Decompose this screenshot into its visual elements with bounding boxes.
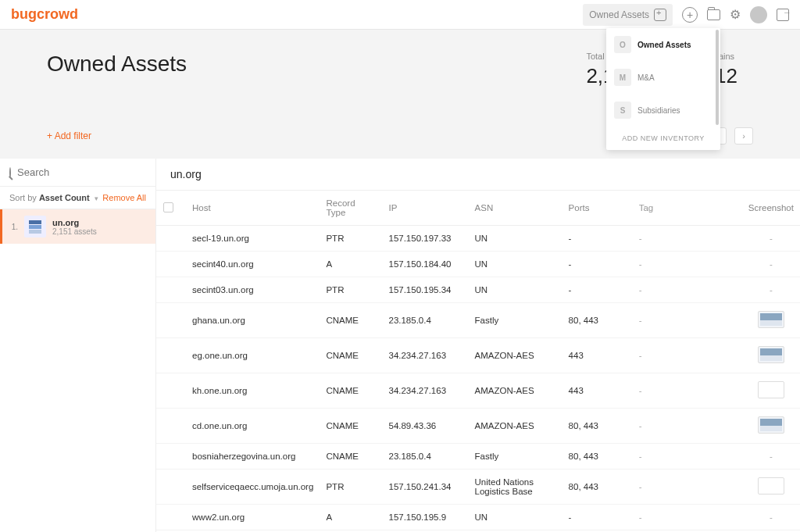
cell-ports: -	[562, 226, 633, 252]
sort-by[interactable]: Sort by Asset Count ▾	[9, 193, 98, 202]
table-row[interactable]: cd.one.un.org CNAME 54.89.43.36 AMAZON-A…	[156, 409, 800, 444]
body-split: Sort by Asset Count ▾ Remove All 1. un.o…	[0, 159, 800, 532]
screenshot-thumbnail[interactable]	[758, 311, 784, 328]
dropdown-scrollbar[interactable]	[716, 30, 719, 125]
screenshot-thumbnail[interactable]	[758, 381, 784, 398]
table-row[interactable]: secint03.un.org PTR 157.150.195.34 UN - …	[156, 277, 800, 303]
inventory-add-icon	[654, 9, 666, 21]
cell-host: www2.un.org	[180, 505, 320, 530]
cell-ports: 80, 443	[562, 470, 633, 505]
col-screenshot[interactable]: Screenshot	[742, 191, 800, 226]
cell-screenshot: -	[742, 252, 800, 277]
folder-icon[interactable]	[707, 9, 720, 20]
logo: bugcrowd	[11, 6, 78, 23]
cell-tag: -	[633, 373, 742, 409]
screenshot-thumbnail[interactable]	[758, 477, 784, 495]
cell-ports: -	[562, 277, 633, 303]
cell-host: eg.one.un.org	[180, 338, 320, 373]
cell-ports: 80, 443	[562, 303, 633, 338]
cell-ip: 157.150.195.9	[382, 505, 468, 530]
cell-asn: Fastly	[469, 303, 562, 338]
settings-icon[interactable]: ⚙︎	[730, 7, 741, 22]
cell-host: selfserviceqaecc.umoja.un.org	[180, 470, 320, 505]
dropdown-item-icon: O	[614, 36, 631, 53]
cell-record-type: PTR	[320, 277, 382, 303]
dropdown-item-icon: S	[614, 102, 631, 119]
sort-row: Sort by Asset Count ▾ Remove All	[0, 187, 155, 209]
pager-next[interactable]: ›	[734, 127, 753, 145]
col-ip[interactable]: IP	[382, 191, 468, 226]
screenshot-thumbnail[interactable]	[758, 346, 784, 363]
search-row	[0, 159, 155, 187]
cell-record-type: CNAME	[320, 409, 382, 444]
cell-asn: UN	[469, 226, 562, 252]
cell-ports: -	[562, 252, 633, 277]
screenshot-thumbnail[interactable]	[758, 416, 784, 434]
dropdown-item-icon: M	[614, 69, 631, 86]
table-row[interactable]: bosniaherzegovina.un.org CNAME 23.185.0.…	[156, 444, 800, 470]
page-title: Owned Assets	[47, 52, 187, 77]
cell-tag: -	[633, 505, 742, 530]
inventory-dropdown: OOwned AssetsMM&ASSubsidiaries ADD NEW I…	[606, 28, 720, 150]
col-host[interactable]: Host	[180, 191, 320, 226]
screenshot-none: -	[770, 259, 773, 269]
cell-screenshot	[742, 338, 800, 373]
cell-screenshot: -	[742, 444, 800, 470]
sidebar: Sort by Asset Count ▾ Remove All 1. un.o…	[0, 159, 156, 532]
select-all-checkbox[interactable]	[163, 202, 173, 212]
asset-index: 1.	[10, 223, 18, 231]
table-row[interactable]: kh.one.un.org CNAME 34.234.27.163 AMAZON…	[156, 373, 800, 409]
col-record-type[interactable]: Record Type	[320, 191, 382, 226]
cell-ip: 157.150.184.40	[382, 252, 468, 277]
avatar[interactable]	[750, 6, 767, 23]
table-row[interactable]: eg.one.un.org CNAME 34.234.27.163 AMAZON…	[156, 338, 800, 373]
cell-screenshot	[742, 303, 800, 338]
screenshot-none: -	[770, 234, 773, 243]
cell-ip: 23.185.0.4	[382, 444, 468, 470]
remove-all-link[interactable]: Remove All	[102, 193, 146, 202]
table-title: un.org	[156, 159, 800, 191]
screenshot-none: -	[770, 512, 773, 522]
cell-asn: AMAZON-AES	[469, 373, 562, 409]
cell-asn: UN	[469, 277, 562, 303]
cell-record-type: CNAME	[320, 303, 382, 338]
inventory-selector[interactable]: Owned Assets	[583, 4, 673, 26]
cell-ports: -	[562, 505, 633, 530]
table-row[interactable]: secint40.un.org A 157.150.184.40 UN - - …	[156, 252, 800, 277]
cell-record-type: CNAME	[320, 444, 382, 470]
search-input[interactable]	[17, 166, 148, 178]
top-header: bugcrowd Owned Assets + ⚙︎ OOwned Assets…	[0, 0, 800, 30]
assets-table: Host Record Type IP ASN Ports Tag Screen…	[156, 191, 800, 532]
cell-host: cd.one.un.org	[180, 409, 320, 444]
dropdown-item[interactable]: OOwned Assets	[606, 28, 720, 61]
add-new-inventory[interactable]: ADD NEW INVENTORY	[606, 127, 720, 150]
dropdown-item[interactable]: MM&A	[606, 61, 720, 94]
table-row[interactable]: www2.un.org A 157.150.195.9 UN - - -	[156, 505, 800, 530]
dropdown-item[interactable]: SSubsidiaries	[606, 94, 720, 127]
cell-ports: 80, 443	[562, 444, 633, 470]
screenshot-none: -	[770, 285, 773, 295]
cell-tag: -	[633, 338, 742, 373]
screenshot-none: -	[770, 452, 773, 461]
table-row[interactable]: ghana.un.org CNAME 23.185.0.4 Fastly 80,…	[156, 303, 800, 338]
table-row[interactable]: secl-19.un.org PTR 157.150.197.33 UN - -…	[156, 226, 800, 252]
logout-icon[interactable]	[777, 9, 789, 21]
dropdown-item-label: M&A	[638, 73, 655, 82]
cell-tag: -	[633, 444, 742, 470]
cell-record-type: A	[320, 505, 382, 530]
cell-screenshot: -	[742, 277, 800, 303]
col-ports[interactable]: Ports	[562, 191, 633, 226]
table-row[interactable]: selfserviceqaecc.umoja.un.org PTR 157.15…	[156, 470, 800, 505]
asset-sub: 2,151 assets	[52, 227, 97, 236]
add-button[interactable]: +	[682, 7, 698, 23]
add-filter-link[interactable]: + Add filter	[47, 130, 91, 141]
cell-screenshot	[742, 409, 800, 444]
cell-asn: United Nations Logistics Base	[469, 470, 562, 505]
col-tag[interactable]: Tag	[633, 191, 742, 226]
col-asn[interactable]: ASN	[469, 191, 562, 226]
cell-tag: -	[633, 277, 742, 303]
cell-ip: 157.150.197.33	[382, 226, 468, 252]
cell-asn: Fastly	[469, 444, 562, 470]
sidebar-item-asset[interactable]: 1. un.org 2,151 assets	[0, 209, 155, 244]
cell-screenshot	[742, 373, 800, 409]
